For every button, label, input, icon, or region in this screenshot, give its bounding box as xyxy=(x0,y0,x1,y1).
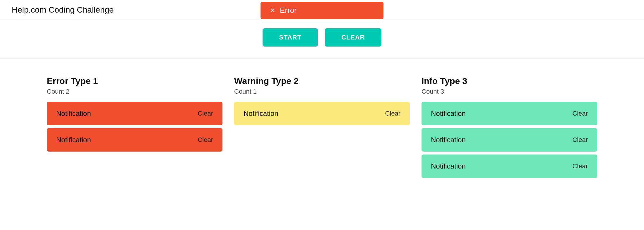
error-banner: ✕ Error xyxy=(261,2,383,19)
column-title-warning: Warning Type 2 xyxy=(234,76,410,86)
notification-clear-btn-info-0[interactable]: Clear xyxy=(572,110,588,117)
notification-item-info-2: NotificationClear xyxy=(422,155,597,178)
notification-label-error-0: Notification xyxy=(56,109,91,118)
column-warning: Warning Type 2Count 1NotificationClear xyxy=(234,76,410,181)
controls-bar: START CLEAR xyxy=(0,20,644,59)
close-icon[interactable]: ✕ xyxy=(270,7,275,14)
column-error: Error Type 1Count 2NotificationClearNoti… xyxy=(47,76,222,181)
notification-clear-btn-error-1[interactable]: Clear xyxy=(198,136,213,144)
column-count-error: Count 2 xyxy=(47,88,222,95)
app-title: Help.com Coding Challenge xyxy=(12,5,114,15)
notification-clear-btn-warning-0[interactable]: Clear xyxy=(385,110,400,117)
clear-button[interactable]: CLEAR xyxy=(325,28,381,47)
notification-clear-btn-info-1[interactable]: Clear xyxy=(572,136,588,144)
notification-item-error-1: NotificationClear xyxy=(47,128,222,152)
notification-item-warning-0: NotificationClear xyxy=(234,102,410,125)
column-count-warning: Count 1 xyxy=(234,88,410,95)
columns-container: Error Type 1Count 2NotificationClearNoti… xyxy=(0,59,644,193)
column-count-info: Count 3 xyxy=(422,88,597,95)
start-button[interactable]: START xyxy=(263,28,318,47)
notification-item-info-1: NotificationClear xyxy=(422,128,597,152)
notification-label-warning-0: Notification xyxy=(244,109,278,118)
notification-item-error-0: NotificationClear xyxy=(47,102,222,125)
notification-label-error-1: Notification xyxy=(56,136,91,144)
error-banner-text: Error xyxy=(280,6,297,15)
column-info: Info Type 3Count 3NotificationClearNotif… xyxy=(422,76,597,181)
notification-clear-btn-info-2[interactable]: Clear xyxy=(572,162,588,170)
notification-clear-btn-error-0[interactable]: Clear xyxy=(198,110,213,117)
column-title-info: Info Type 3 xyxy=(422,76,597,86)
notification-item-info-0: NotificationClear xyxy=(422,102,597,125)
column-title-error: Error Type 1 xyxy=(47,76,222,86)
header: Help.com Coding Challenge ✕ Error xyxy=(0,0,644,20)
notification-label-info-1: Notification xyxy=(431,136,466,144)
notification-label-info-2: Notification xyxy=(431,162,466,170)
notification-label-info-0: Notification xyxy=(431,109,466,118)
